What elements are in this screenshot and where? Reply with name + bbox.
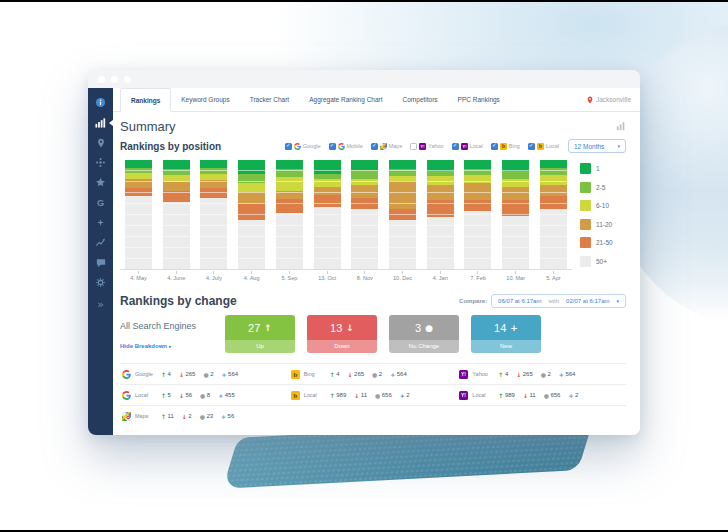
stacked-bar-13-oct[interactable] [314,160,341,269]
stacked-bar-4-july[interactable] [200,160,227,269]
tab-aggregate-ranking-chart[interactable]: Aggregate Ranking Chart [299,88,392,111]
legend-item-50+: 50+ [580,256,626,267]
filter-yahoo-yahoo[interactable]: Y!Yahoo [410,143,444,150]
google-icon [338,143,345,150]
tab-rankings[interactable]: Rankings [120,88,171,112]
sidebar-item-google[interactable]: G [88,195,113,210]
stat-same-icon: ● [203,371,208,378]
filter-label: Mobile [347,143,363,149]
filter-label: Local [470,143,483,149]
x-axis-label: 4. Aug [238,271,265,281]
badge-new[interactable]: 14 +New [471,315,541,353]
bar-segment-21-50 [540,196,567,209]
engine-label: Bing [304,371,326,377]
chart-options-icon[interactable] [616,121,626,131]
x-axis-label: 10. Mar [502,271,529,281]
stacked-bar-5-apr[interactable] [540,160,567,269]
content-area: Summary Rankings by position ✓Google✓Mob… [113,112,640,435]
checkbox-checked[interactable]: ✓ [371,143,378,150]
window-dot[interactable] [98,76,105,83]
stat-same: ●23 [200,413,213,420]
sidebar-item-location[interactable] [88,135,113,150]
checkbox-unchecked[interactable] [410,143,417,150]
sidebar-item-spark[interactable] [88,215,113,230]
sidebar-item-rankings[interactable] [88,115,113,130]
hide-breakdown-link[interactable]: Hide Breakdown ▸ [120,343,225,349]
bar-segment-21-50 [314,195,341,207]
checkbox-checked[interactable]: ✓ [452,143,459,150]
stat-up-icon: ↑ [330,371,335,378]
sidebar-item-expand[interactable]: » [88,297,113,312]
checkbox-checked[interactable]: ✓ [329,143,336,150]
bar-segment-11-20 [163,182,190,191]
window-dot[interactable] [111,76,118,83]
sidebar-item-trend[interactable] [88,235,113,250]
filter-label: Yahoo [428,143,444,149]
badge-up[interactable]: 27 ↑Up [225,315,295,353]
filter-yahoo-local[interactable]: ✓Y!Local [452,143,483,150]
tab-ppc-rankings[interactable]: PPC Rankings [448,88,510,111]
compare-dates-dropdown[interactable]: 06/07 at 6:17am with 02/07 at 6:17am ▾ [491,294,626,308]
sidebar-item-info[interactable] [88,95,113,110]
x-axis-label: 5. Apr [540,271,567,281]
stacked-bar-4-jan[interactable] [427,160,454,269]
stat-down-icon: ↓ [516,371,521,378]
checkbox-checked[interactable]: ✓ [491,143,498,150]
stat-up-icon: ↑ [161,371,166,378]
filter-bing-bing[interactable]: ✓bBing [491,143,520,150]
stat-up-icon: ↑ [330,392,335,399]
filter-google-mobile[interactable]: ✓Mobile [329,143,363,150]
date-range-dropdown[interactable]: 12 Months ▾ [568,139,626,153]
stacked-bar-4-june[interactable] [163,160,190,269]
engine-label: Local [304,392,326,398]
stacked-bar-5-sep[interactable] [276,160,303,269]
stat-down: ↓2 [182,413,192,420]
sidebar-item-comments[interactable] [88,255,113,270]
x-axis-label: 5. Sep [276,271,303,281]
bar-chart-icon [95,117,106,128]
stacked-bar-10-dec[interactable] [389,160,416,269]
stacked-bar-4-may[interactable] [125,160,152,269]
stacked-bar-8-nov[interactable] [351,160,378,269]
chart-legend: 12-56-1011-2021-5050+ [580,160,626,281]
badge-symbol-icon: ↓ [346,323,354,333]
bar-segment-1 [502,160,529,171]
tab-competitors[interactable]: Competitors [393,88,448,111]
stacked-bar-4-aug[interactable] [238,160,265,269]
badge-down[interactable]: 13 ↓Down [307,315,377,353]
sidebar-item-keywords[interactable] [88,155,113,170]
filter-maps-maps[interactable]: ✓Maps [371,143,402,150]
bar-segment-21-50 [389,209,416,220]
stat-new-icon: + [221,413,226,420]
stacked-bar-7-feb[interactable] [464,160,491,269]
google-icon [122,391,131,400]
badge-label: Down [307,340,377,353]
badge-no-change[interactable]: 3 ●No Change [389,315,459,353]
tab-tracker-chart[interactable]: Tracker Chart [240,88,300,111]
bar-segment-50+ [351,209,378,269]
bar-segment-1 [427,160,454,171]
bar-segment-21-50 [464,200,491,211]
bar-segment-1 [200,160,227,168]
stat-same-icon: ● [541,371,546,378]
sidebar-item-settings[interactable] [88,275,113,290]
window-dot[interactable] [124,76,131,83]
maps-icon [122,412,131,421]
svg-text:b: b [293,391,297,398]
checkbox-checked[interactable]: ✓ [528,143,535,150]
stat-up: ↑989 [498,392,515,399]
sidebar-item-star[interactable] [88,175,113,190]
compare-label: Compare: [459,298,487,304]
location-selector[interactable]: Jacksonville [586,88,640,111]
checkbox-checked[interactable]: ✓ [285,143,292,150]
filter-google-google[interactable]: ✓Google [285,143,321,150]
stat-same-icon: ● [544,392,549,399]
filter-label: Local [546,143,559,149]
bing-icon: b [291,370,300,379]
stat-new: +2 [568,392,578,399]
svg-text:b: b [539,143,542,149]
stacked-bar-10-mar[interactable] [502,160,529,269]
tab-keyword-groups[interactable]: Keyword Groups [171,88,239,111]
filter-bing-local[interactable]: ✓bLocal [528,143,559,150]
engine-label: Local [472,392,494,398]
